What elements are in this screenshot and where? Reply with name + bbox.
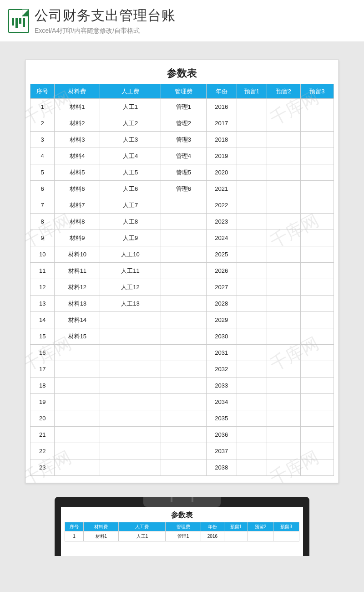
table-cell: 5 <box>30 164 55 181</box>
table-cell: 人工4 <box>100 148 161 164</box>
table-cell: 材料2 <box>55 115 100 132</box>
table-cell <box>300 230 334 246</box>
table-cell: 3 <box>30 132 55 148</box>
table-cell: 人工13 <box>100 296 161 312</box>
table-cell: 2016 <box>201 531 224 541</box>
table-cell <box>267 115 300 132</box>
table-cell <box>300 164 334 181</box>
table-cell <box>300 312 334 328</box>
table-cell: 23 <box>30 459 55 476</box>
table-cell: 管理4 <box>161 148 206 164</box>
col-header: 材料费 <box>84 522 119 531</box>
table-cell: 2023 <box>206 214 237 230</box>
table-cell <box>267 312 300 328</box>
table-cell <box>100 427 161 443</box>
table-cell: 材料3 <box>55 132 100 148</box>
sheet-title: 参数表 <box>30 66 334 80</box>
table-cell <box>55 394 100 410</box>
col-header: 预留3 <box>300 84 334 99</box>
table-cell <box>237 132 267 148</box>
table-row: 232038 <box>30 459 334 476</box>
table-cell <box>161 378 206 394</box>
table-cell <box>161 361 206 378</box>
table-cell: 材料13 <box>55 296 100 312</box>
table-cell <box>161 345 206 361</box>
table-cell <box>300 378 334 394</box>
document-title: 公司财务支出管理台账 <box>35 6 176 25</box>
table-cell <box>237 328 267 345</box>
excel-file-icon <box>8 9 29 33</box>
table-row: 212036 <box>30 427 334 443</box>
table-row: 12材料12人工122027 <box>30 279 334 296</box>
table-row: 9材料9人工92024 <box>30 230 334 246</box>
clipboard-sheet: 参数表 序号材料费人工费管理费年份预留1预留2预留3 1材料1人工1管理1201… <box>61 507 303 556</box>
table-cell <box>300 181 334 197</box>
table-row: 2材料2人工2管理22017 <box>30 115 334 132</box>
table-cell <box>267 443 300 459</box>
table-cell: 21 <box>30 427 55 443</box>
table-row: 162031 <box>30 345 334 361</box>
table-cell: 2036 <box>206 427 237 443</box>
table-cell: 2032 <box>206 361 237 378</box>
table-cell <box>100 410 161 427</box>
table-cell: 2024 <box>206 230 237 246</box>
table-cell: 2037 <box>206 443 237 459</box>
table-cell <box>300 246 334 263</box>
table-header-row: 序号材料费人工费管理费年份预留1预留2预留3 <box>65 522 299 531</box>
table-cell: 人工11 <box>100 263 161 279</box>
table-cell: 2016 <box>206 99 237 115</box>
table-cell <box>267 148 300 164</box>
table-row: 4材料4人工4管理42019 <box>30 148 334 164</box>
document-subtitle: Excel/A4打印/内容随意修改/自带格式 <box>35 27 176 35</box>
table-cell <box>300 459 334 476</box>
table-cell <box>100 459 161 476</box>
table-cell <box>55 378 100 394</box>
table-cell <box>237 99 267 115</box>
table-cell <box>237 263 267 279</box>
table-cell: 16 <box>30 345 55 361</box>
table-cell <box>237 148 267 164</box>
table-cell <box>161 246 206 263</box>
table-cell: 人工1 <box>119 531 166 541</box>
table-cell <box>55 427 100 443</box>
table-row: 8材料8人工82023 <box>30 214 334 230</box>
table-cell <box>161 459 206 476</box>
table-cell <box>267 345 300 361</box>
col-header: 年份 <box>201 522 224 531</box>
table-cell <box>100 361 161 378</box>
col-header: 预留1 <box>224 522 248 531</box>
table-cell <box>267 197 300 214</box>
table-cell <box>55 345 100 361</box>
table-cell <box>300 427 334 443</box>
table-cell: 2025 <box>206 246 237 263</box>
table-cell <box>300 148 334 164</box>
table-cell: 22 <box>30 443 55 459</box>
table-cell <box>267 394 300 410</box>
table-cell <box>267 459 300 476</box>
table-cell: 2028 <box>206 296 237 312</box>
table-cell: 人工2 <box>100 115 161 132</box>
table-cell <box>224 531 248 541</box>
table-cell: 人工12 <box>100 279 161 296</box>
table-cell <box>267 361 300 378</box>
table-cell <box>161 230 206 246</box>
table-row: 5材料5人工5管理52020 <box>30 164 334 181</box>
table-cell <box>237 214 267 230</box>
table-cell: 9 <box>30 230 55 246</box>
table-cell <box>267 164 300 181</box>
table-cell: 人工3 <box>100 132 161 148</box>
table-cell: 7 <box>30 197 55 214</box>
table-cell: 17 <box>30 361 55 378</box>
table-cell: 11 <box>30 263 55 279</box>
table-cell: 材料15 <box>55 328 100 345</box>
table-cell: 管理6 <box>161 181 206 197</box>
table-cell <box>100 345 161 361</box>
table-cell: 2017 <box>206 115 237 132</box>
table-cell <box>237 181 267 197</box>
table-cell: 18 <box>30 378 55 394</box>
table-cell: 15 <box>30 328 55 345</box>
table-cell <box>300 296 334 312</box>
table-cell <box>55 443 100 459</box>
table-cell: 2022 <box>206 197 237 214</box>
table-row: 202035 <box>30 410 334 427</box>
